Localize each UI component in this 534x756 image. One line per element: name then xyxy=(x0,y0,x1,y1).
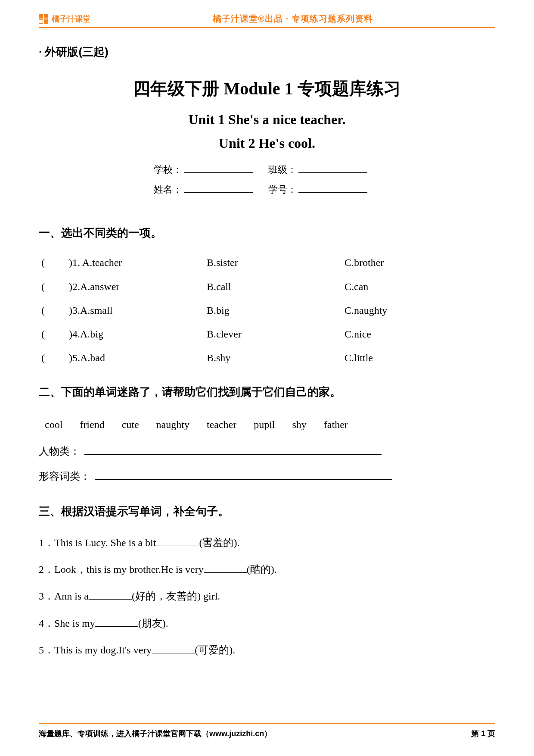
footer-page: 第 1 页 xyxy=(471,728,495,739)
q1-row: ( )5.A.bad B.shy C.little xyxy=(39,346,495,370)
q1-row: ( )4.A.big B.clever C.nice xyxy=(39,322,495,346)
word-bank: cool friend cute naughty teacher pupil s… xyxy=(39,410,495,439)
fill-blank[interactable] xyxy=(89,589,132,600)
q3-item: 1．This is Lucy. She is a bit(害羞的). xyxy=(39,529,495,556)
answer-paren[interactable]: ( xyxy=(39,299,69,322)
footer-left: 海量题库、专项训练，进入橘子汁课堂官网下载（www.juzizhi.cn） xyxy=(39,728,272,739)
fill-blank[interactable] xyxy=(152,643,195,653)
section1-title: 一、选出不同类的一项。 xyxy=(39,225,495,241)
title-unit1: Unit 1 She's a nice teacher. xyxy=(39,112,495,128)
section3-title: 三、根据汉语提示写单词，补全句子。 xyxy=(39,504,495,519)
answer-paren[interactable]: ( xyxy=(39,346,69,370)
student-info: 学校： 班级： 姓名： 学号： xyxy=(39,160,495,200)
edition-label: · 外研版(三起) xyxy=(39,44,495,59)
answer-paren[interactable]: ( xyxy=(39,251,69,275)
people-blank[interactable] xyxy=(84,444,382,455)
brand-name: 橘子汁课堂 xyxy=(52,14,90,24)
fill-blank[interactable] xyxy=(204,562,247,573)
title-unit2: Unit 2 He's cool. xyxy=(39,135,495,151)
answer-paren[interactable]: ( xyxy=(39,322,69,346)
class-blank[interactable] xyxy=(298,162,367,173)
id-label: 学号： xyxy=(268,184,297,195)
q1-row: ( )2.A.answer B.call C.can xyxy=(39,275,495,299)
name-label: 姓名： xyxy=(154,184,182,195)
page-header: 橘子汁课堂 橘子汁课堂®出品 · 专项练习题系列资料 xyxy=(39,13,495,28)
q3-item: 3．Ann is a(好的，友善的) girl. xyxy=(39,583,495,609)
school-blank[interactable] xyxy=(184,162,253,173)
q3-item: 5．This is my dog.It's very(可爱的). xyxy=(39,637,495,663)
logo-icon xyxy=(39,14,48,24)
category-adj: 形容词类： xyxy=(39,464,495,489)
q3-item: 2．Look，this is my brother.He is very(酷的)… xyxy=(39,556,495,583)
q3-item: 4．She is my(朋友). xyxy=(39,610,495,637)
q-num: ) xyxy=(69,257,72,268)
school-label: 学校： xyxy=(154,164,182,175)
id-blank[interactable] xyxy=(298,182,367,193)
section2-title: 二、下面的单词迷路了，请帮助它们找到属于它们自己的家。 xyxy=(39,384,495,400)
name-blank[interactable] xyxy=(184,182,253,193)
q1-row: ( )3.A.small B.big C.naughty xyxy=(39,299,495,322)
page-footer: 海量题库、专项训练，进入橘子汁课堂官网下载（www.juzizhi.cn） 第 … xyxy=(39,723,495,739)
fill-blank[interactable] xyxy=(95,616,138,627)
fill-blank[interactable] xyxy=(156,535,199,546)
category-people: 人物类： xyxy=(39,439,495,464)
adj-blank[interactable] xyxy=(95,469,392,480)
title-block: 四年级下册 Module 1 专项题库练习 Unit 1 She's a nic… xyxy=(39,77,495,151)
brand-logo: 橘子汁课堂 xyxy=(39,14,90,24)
title-main: 四年级下册 Module 1 专项题库练习 xyxy=(39,77,495,100)
class-label: 班级： xyxy=(268,164,297,175)
header-tagline: 橘子汁课堂®出品 · 专项练习题系列资料 xyxy=(90,13,495,25)
q1-row: ( )1. A.teacher B.sister C.brother xyxy=(39,251,495,275)
answer-paren[interactable]: ( xyxy=(39,275,69,299)
